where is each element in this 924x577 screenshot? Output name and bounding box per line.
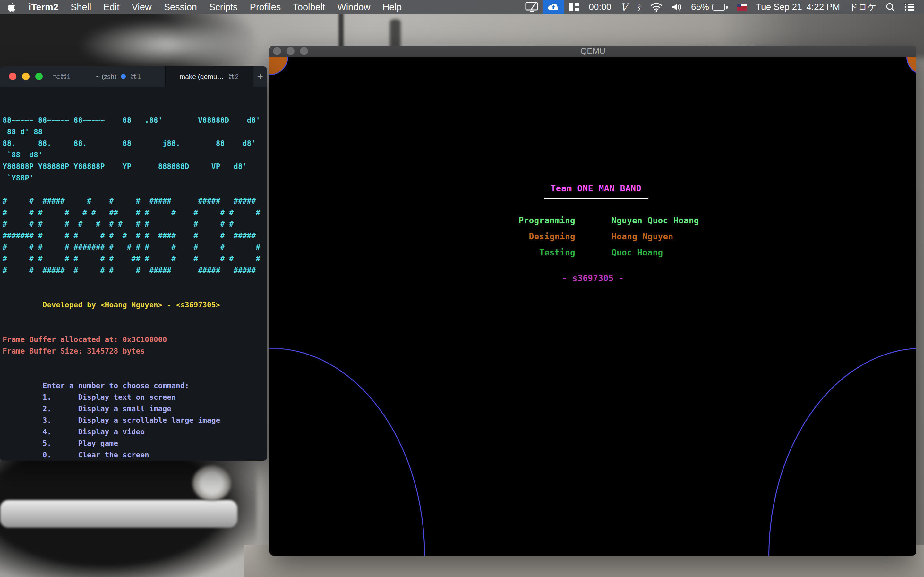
- wallpaper-highlight: [77, 19, 257, 71]
- tab-make-qemu[interactable]: make (qemu… ⌘2: [166, 66, 254, 87]
- menu-view[interactable]: View: [126, 0, 158, 14]
- wifi-icon: [651, 3, 662, 11]
- terminal-line: [3, 368, 267, 380]
- terminal-line: Y88888P Y88888P Y88888P YP 888888D VP d8…: [3, 161, 267, 172]
- tab-activity-dot: [121, 74, 126, 79]
- terminal-line: ####### # # # # # # # # #### # # #####: [3, 230, 267, 242]
- terminal-line: 3. Display a scrollable large image: [3, 414, 267, 426]
- wifi-menu[interactable]: [646, 0, 667, 14]
- minimize-button[interactable]: [22, 73, 29, 80]
- v-app-menu[interactable]: V: [615, 0, 632, 14]
- terminal-lines: 88~~~~~ 88~~~~~ 88~~~~~ 88 .88' V88888D …: [3, 114, 267, 461]
- terminal-line: 0. Clear the screen: [3, 449, 267, 461]
- iterm-window: ⌥⌘1 ~ (zsh) ⌘1 make (qemu… ⌘2 + 88~~~~~ …: [0, 66, 267, 461]
- terminal-line: Enter a number to choose command:: [3, 380, 267, 392]
- team-title: Team ONE MAN BAND: [551, 183, 641, 193]
- search-icon: [885, 2, 895, 12]
- menu-scripts[interactable]: Scripts: [203, 0, 244, 14]
- window-manager-menu[interactable]: [564, 0, 584, 14]
- display-icon: [525, 2, 538, 13]
- terminal-line: [3, 322, 267, 334]
- clock-menu[interactable]: Tue Sep 21 4:22 PM: [751, 0, 845, 14]
- menubar: iTerm2 ShellEditViewSessionScriptsProfil…: [0, 0, 924, 14]
- status-area: 00:00 V ᛒ 65%: [521, 0, 924, 14]
- window-tiles-icon: [569, 2, 580, 12]
- credit-row: DesigningHoang Nguyen: [270, 232, 916, 243]
- orange-circle-top-right: [906, 57, 916, 75]
- tab-shortcut: ⌘2: [228, 73, 239, 81]
- spotlight-menu[interactable]: [881, 0, 900, 14]
- terminal-line: Frame Buffer allocated at: 0x3C100000: [3, 334, 267, 345]
- wallpaper-chrome-bumper: [0, 500, 237, 528]
- terminal-line: 1. Display text on screen: [3, 392, 267, 403]
- credit-role: Testing: [270, 248, 575, 258]
- menu-help[interactable]: Help: [376, 0, 408, 14]
- wallpaper-headlight: [192, 466, 231, 501]
- menu-profiles[interactable]: Profiles: [244, 0, 287, 14]
- close-button[interactable]: [9, 73, 16, 80]
- menu-items: iTerm2 ShellEditViewSessionScriptsProfil…: [23, 0, 408, 14]
- terminal-line: 88~~~~~ 88~~~~~ 88~~~~~ 88 .88' V88888D …: [3, 114, 267, 126]
- menu-toolbelt[interactable]: Toolbelt: [287, 0, 331, 14]
- tab-title: make (qemu…: [180, 73, 224, 81]
- qemu-titlebar[interactable]: QEMU: [270, 45, 916, 57]
- terminal-line: [3, 357, 267, 368]
- credit-row: ProgrammingNguyen Quoc Hoang: [270, 216, 916, 227]
- new-tab-button[interactable]: +: [254, 66, 267, 87]
- menu-app-name[interactable]: iTerm2: [23, 0, 65, 14]
- tab-zsh[interactable]: ~ (zsh) ⌘1: [72, 66, 166, 87]
- terminal-line: `88 d8': [3, 149, 267, 161]
- apple-menu[interactable]: [0, 2, 23, 12]
- terminal-line: # # # # # # # ## # # # # # #: [3, 253, 267, 264]
- terminal-line: [3, 287, 267, 299]
- time-label: 4:22 PM: [806, 2, 840, 12]
- ime-status[interactable]: ドロケ: [845, 0, 881, 14]
- window-shortcut-label: ⌥⌘1: [43, 66, 71, 87]
- input-source-menu[interactable]: [732, 0, 751, 14]
- terminal-line: # # # # ####### # # # # # # # #: [3, 242, 267, 253]
- menu-shell[interactable]: Shell: [65, 0, 97, 14]
- notification-center-menu[interactable]: [900, 0, 919, 14]
- cloud-sync-menu[interactable]: [543, 0, 564, 14]
- terminal-line: # # ##### # # # # ##### ##### #####: [3, 264, 267, 276]
- qemu-guest-screen[interactable]: Team ONE MAN BAND ProgrammingNguyen Quoc…: [270, 57, 916, 556]
- volume-menu[interactable]: [667, 0, 687, 14]
- student-id: - s3697305 -: [562, 274, 624, 283]
- qemu-window-title: QEMU: [270, 46, 916, 56]
- menu-window[interactable]: Window: [331, 0, 376, 14]
- list-icon: [904, 3, 915, 11]
- terminal-line: # # ##### # # # ##### ##### #####: [3, 195, 267, 207]
- terminal-line: Developed by <Hoang Nguyen> - <s3697305>: [3, 299, 267, 311]
- credit-role: Programming: [270, 216, 575, 226]
- terminal-line: 88. 88. 88. 88 j88. 88 d8': [3, 137, 267, 149]
- terminal-line: [3, 276, 267, 287]
- terminal-output[interactable]: 88~~~~~ 88~~~~~ 88~~~~~ 88 .88' V88888D …: [0, 87, 267, 461]
- orange-circle-top-left: [270, 57, 288, 75]
- blue-circle-bottom-right: [768, 348, 916, 556]
- battery-icon: [712, 4, 728, 11]
- tab-title: ~ (zsh): [96, 73, 117, 81]
- menu-session[interactable]: Session: [158, 0, 203, 14]
- qemu-window: QEMU Team ONE MAN BAND ProgrammingNguyen…: [270, 45, 916, 556]
- credit-name: Hoang Nguyen: [612, 232, 674, 242]
- iterm-window-controls: [0, 66, 43, 87]
- timer-status[interactable]: 00:00: [584, 0, 615, 14]
- terminal-line: `Y88P': [3, 172, 267, 184]
- display-status-icon[interactable]: [521, 0, 543, 14]
- menu-edit[interactable]: Edit: [97, 0, 126, 14]
- us-flag-icon: [737, 4, 747, 11]
- terminal-line: 5. Play game: [3, 438, 267, 449]
- terminal-line: # # # # # # ## # # # # # # #: [3, 207, 267, 218]
- team-title-underline: [544, 198, 648, 199]
- blue-circle-bottom-left: [270, 348, 425, 556]
- terminal-line: Frame Buffer Size: 3145728 bytes: [3, 345, 267, 357]
- zoom-button[interactable]: [35, 73, 43, 80]
- terminal-line: # # # # # # # # # # # # #: [3, 218, 267, 230]
- credit-role: Designing: [270, 232, 575, 242]
- speaker-icon: [671, 3, 682, 11]
- iterm-tabbar: ⌥⌘1 ~ (zsh) ⌘1 make (qemu… ⌘2 +: [0, 66, 267, 87]
- bluetooth-menu[interactable]: ᛒ: [632, 0, 646, 14]
- battery-status[interactable]: 65%: [687, 0, 732, 14]
- tab-shortcut: ⌘1: [130, 73, 141, 81]
- date-label: Tue Sep 21: [756, 2, 802, 12]
